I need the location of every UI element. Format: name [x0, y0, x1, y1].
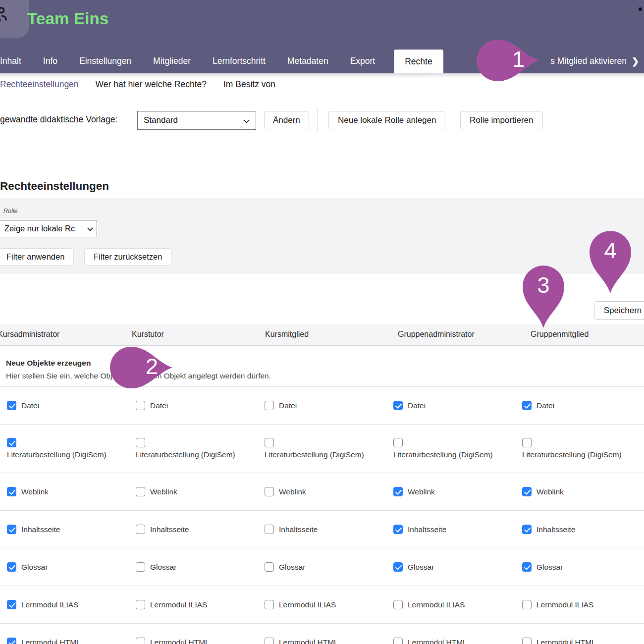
- tab-lernfortschritt[interactable]: Lernfortschritt: [213, 56, 266, 66]
- header-dot: [639, 7, 642, 11]
- checked-checkbox-lernmodul-html-col1[interactable]: [7, 638, 16, 644]
- subtab-wer-hat-hier-welche-rechte[interactable]: Wer hat hier welche Rechte?: [96, 79, 207, 90]
- permission-cell: Inhaltsseite: [129, 511, 258, 548]
- tab-export[interactable]: Export: [350, 56, 376, 66]
- checked-checkbox-weblink-col1[interactable]: [7, 487, 16, 496]
- unchecked-checkbox-lernmodul-ilias-col2[interactable]: [136, 600, 145, 609]
- unchecked-checkbox-datei-col3[interactable]: [265, 401, 274, 410]
- permission-cell: Glossar: [386, 548, 515, 586]
- filter-reset-button[interactable]: Filter zurücksetzen: [84, 248, 171, 266]
- role-filter-select[interactable]: Zeige nur lokale Rc: [0, 220, 97, 237]
- save-button[interactable]: Speichern: [594, 301, 644, 320]
- unchecked-checkbox-lernmodul-ilias-col4[interactable]: [393, 600, 403, 609]
- unchecked-checkbox-lernmodul-html-col5[interactable]: [522, 638, 532, 644]
- permission-label: Glossar: [21, 563, 48, 572]
- checked-checkbox-lernmodul-ilias-col1[interactable]: [7, 600, 16, 609]
- annotation-marker-3: 3: [523, 266, 564, 328]
- permission-cell: Weblink: [258, 473, 386, 510]
- tab-info[interactable]: Info: [43, 56, 57, 66]
- member-activate-action[interactable]: s Mitglied aktivieren ❯: [550, 49, 639, 73]
- tab-metadaten[interactable]: Metadaten: [287, 56, 328, 66]
- checked-checkbox-datei-col5[interactable]: [522, 401, 532, 410]
- unchecked-checkbox-literaturbestellung-digisem-col2[interactable]: [136, 438, 145, 447]
- member-activate-label: s Mitglied aktivieren: [550, 56, 627, 66]
- permission-cell: Weblink: [129, 473, 258, 510]
- checked-checkbox-literaturbestellung-digisem-col1[interactable]: [7, 438, 16, 447]
- checked-checkbox-inhaltsseite-col5[interactable]: [522, 525, 532, 534]
- unchecked-checkbox-literaturbestellung-digisem-col4[interactable]: [393, 438, 403, 447]
- permission-label: Glossar: [279, 563, 305, 572]
- checked-checkbox-inhaltsseite-col4[interactable]: [393, 525, 403, 534]
- chevron-right-icon: ❯: [632, 56, 639, 67]
- permission-label: Lernmodul ILIAS: [21, 600, 78, 609]
- checked-checkbox-glossar-col4[interactable]: [393, 562, 403, 572]
- change-template-button[interactable]: Ändern: [264, 111, 309, 129]
- permission-label: Literaturbestellung (DigiSem): [265, 450, 364, 459]
- permission-cell: Inhaltsseite: [258, 511, 386, 548]
- permission-cell: Glossar: [129, 548, 258, 586]
- unchecked-checkbox-lernmodul-ilias-col5[interactable]: [522, 600, 532, 609]
- unchecked-checkbox-weblink-col2[interactable]: [136, 487, 145, 496]
- tab-inhalt[interactable]: Inhalt: [0, 56, 21, 66]
- column-header-gruppenmitglied: Gruppenmitglied: [531, 330, 589, 339]
- permission-label: Inhaltsseite: [279, 525, 318, 534]
- checked-checkbox-inhaltsseite-col1[interactable]: [7, 525, 16, 534]
- subtab-rechteeinstellungen[interactable]: Rechteeinstellungen: [0, 79, 79, 90]
- permission-label: Weblink: [408, 487, 435, 496]
- unchecked-checkbox-datei-col2[interactable]: [136, 401, 145, 410]
- permission-cell: Weblink: [386, 473, 515, 510]
- permission-row-datei: DateiDateiDateiDateiDatei: [0, 387, 644, 425]
- page-header: Team Eins InhaltInfoEinstellungenMitglie…: [0, 0, 644, 73]
- unchecked-checkbox-literaturbestellung-digisem-col5[interactable]: [522, 438, 532, 447]
- permission-label: Lernmodul HTML: [537, 638, 596, 644]
- unchecked-checkbox-lernmodul-html-col2[interactable]: [136, 638, 145, 644]
- unchecked-checkbox-lernmodul-ilias-col3[interactable]: [265, 600, 274, 609]
- subtab-im-besitz-von[interactable]: Im Besitz von: [223, 79, 275, 90]
- unchecked-checkbox-literaturbestellung-digisem-col3[interactable]: [265, 438, 274, 447]
- permission-label: Weblink: [21, 487, 49, 496]
- tab-bar: InhaltInfoEinstellungenMitgliederLernfor…: [0, 49, 644, 73]
- subtab-bar: RechteeinstellungenWer hat hier welche R…: [0, 79, 275, 90]
- permission-cell: Inhaltsseite: [386, 511, 515, 548]
- new-local-role-button[interactable]: Neue lokale Rolle anlegen: [328, 111, 445, 129]
- checked-checkbox-glossar-col5[interactable]: [522, 562, 532, 572]
- unchecked-checkbox-inhaltsseite-col2[interactable]: [136, 525, 145, 534]
- tab-mitglieder[interactable]: Mitglieder: [153, 56, 191, 66]
- checked-checkbox-datei-col4[interactable]: [393, 401, 403, 410]
- unchecked-checkbox-glossar-col2[interactable]: [136, 562, 145, 572]
- checked-checkbox-weblink-col5[interactable]: [522, 487, 532, 496]
- checked-checkbox-datei-col1[interactable]: [7, 401, 16, 410]
- tab-einstellungen[interactable]: Einstellungen: [79, 56, 131, 66]
- unchecked-checkbox-glossar-col3[interactable]: [265, 562, 274, 572]
- permission-label: Lernmodul HTML: [21, 638, 81, 644]
- unchecked-checkbox-lernmodul-html-col3[interactable]: [265, 638, 274, 644]
- import-role-button[interactable]: Rolle importieren: [460, 111, 543, 129]
- unchecked-checkbox-weblink-col3[interactable]: [265, 487, 274, 496]
- page-title: Team Eins: [27, 9, 108, 28]
- permission-row-glossar: GlossarGlossarGlossarGlossarGlossar: [0, 548, 644, 586]
- didactic-template-select[interactable]: Standard: [137, 111, 256, 130]
- permission-cell: Inhaltsseite: [515, 511, 644, 548]
- permission-cell: Weblink: [0, 473, 129, 510]
- unchecked-checkbox-lernmodul-html-col4[interactable]: [393, 638, 403, 644]
- column-header-kursadministrator: Kursadministrator: [0, 330, 59, 339]
- permission-cell: Lernmodul ILIAS: [515, 586, 644, 623]
- permission-label: Literaturbestellung (DigiSem): [136, 450, 235, 459]
- permissions-table-body: DateiDateiDateiDateiDateiLiteraturbestel…: [0, 387, 644, 644]
- filter-apply-button[interactable]: Filter anwenden: [0, 248, 74, 266]
- permission-row-lernmodul-ilias: Lernmodul ILIASLernmodul ILIASLernmodul …: [0, 586, 644, 624]
- permission-cell: Glossar: [0, 548, 129, 586]
- permission-cell: Lernmodul HTML: [129, 624, 258, 644]
- permission-cell: Lernmodul HTML: [386, 624, 515, 644]
- permission-label: Glossar: [537, 563, 563, 572]
- permission-cell: Lernmodul HTML: [258, 624, 386, 644]
- object-icon-plate: [0, 0, 29, 38]
- checked-checkbox-glossar-col1[interactable]: [7, 562, 16, 572]
- permission-label: Lernmodul HTML: [279, 638, 338, 644]
- unchecked-checkbox-inhaltsseite-col3[interactable]: [265, 525, 274, 534]
- permission-label: Weblink: [537, 487, 564, 496]
- tab-rechte[interactable]: Rechte: [394, 50, 443, 73]
- checked-checkbox-weblink-col4[interactable]: [393, 487, 403, 496]
- permission-cell: Lernmodul ILIAS: [386, 586, 515, 623]
- permission-label: Literaturbestellung (DigiSem): [522, 450, 622, 459]
